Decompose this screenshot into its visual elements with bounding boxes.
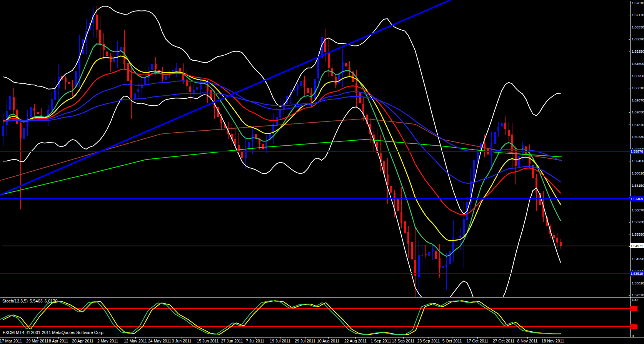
- price-tick-label: 1.67810: [632, 1, 644, 5]
- bull-candle-body: [314, 79, 316, 99]
- bull-candle-body: [445, 264, 447, 268]
- bear-candle-body: [307, 88, 309, 93]
- bull-candle-body: [151, 64, 153, 70]
- ema-16-line: [3, 56, 561, 241]
- stoch-d-value: 6.0170: [45, 299, 58, 303]
- bear-candle-body: [504, 123, 506, 129]
- price-tick-mark: [629, 234, 630, 234]
- price-tick-mark: [629, 15, 630, 15]
- bull-candle-body: [449, 251, 451, 264]
- price-tick-label: 1.67170: [632, 13, 644, 17]
- bear-candle-body: [155, 64, 157, 69]
- price-tick-label: 1.56230: [632, 220, 644, 224]
- price-tick-label: 1.54290: [632, 257, 644, 261]
- stoch-level-label: 75: [630, 306, 637, 311]
- date-tick-label: 8 Nov 2011: [517, 339, 538, 343]
- price-tick-mark: [629, 125, 630, 125]
- price-tick-label: 1.62030: [632, 110, 644, 115]
- bull-candle-body: [134, 93, 136, 99]
- bull-candle-body: [193, 90, 195, 93]
- bear-candle-body: [99, 30, 101, 45]
- bear-candle-body: [435, 251, 437, 259]
- bull-candle-body: [477, 152, 479, 160]
- date-tick-label: 13 Sep 2011: [392, 339, 415, 343]
- bull-candle-body: [200, 85, 202, 89]
- bull-candle-body: [276, 117, 278, 126]
- level-price-label: 1.57469: [630, 196, 644, 201]
- price-tick-label: 1.55590: [632, 232, 644, 237]
- bull-candle-body: [432, 249, 434, 251]
- bull-candle-body: [2, 126, 4, 136]
- bull-candle-body: [317, 58, 319, 78]
- date-tick-label: 3 Jun 2011: [172, 339, 191, 343]
- date-tick-label: 2 May 2011: [97, 339, 118, 343]
- ascending-trendline-object[interactable]: [0, 0, 450, 195]
- price-tick-mark: [629, 259, 630, 259]
- bear-candle-body: [65, 78, 67, 82]
- date-tick-label: 8 Apr 2011: [49, 339, 68, 343]
- chart-border-top: [1, 1, 643, 1]
- level-price-label: 1.59976: [630, 149, 644, 154]
- price-tick-label: 1.58150: [632, 183, 644, 188]
- bear-candle-body: [508, 130, 510, 136]
- bull-candle-body: [27, 118, 28, 127]
- price-tick-mark: [629, 295, 630, 296]
- bull-candle-body: [9, 96, 11, 110]
- bear-candle-body: [511, 135, 513, 151]
- main-chart-svg: [0, 0, 630, 297]
- bear-candle-body: [241, 151, 243, 158]
- mt4-chart-window: 1.678101.671701.665301.658901.652501.645…: [0, 0, 644, 344]
- price-tick-mark: [629, 76, 630, 76]
- level-price-label: 1.53519: [630, 271, 644, 276]
- bull-candle-body: [428, 252, 430, 256]
- price-tick-mark: [629, 222, 630, 223]
- date-tick-label: 29 Mar 2011: [26, 339, 48, 343]
- bull-candle-body: [137, 89, 139, 92]
- date-tick-label: 22 Aug 2011: [344, 339, 367, 343]
- price-tick-mark: [629, 137, 630, 137]
- stoch-k-value: 5.5403: [30, 299, 43, 303]
- price-tick-mark: [629, 3, 630, 3]
- pane-separator-main-stoch[interactable]: [0, 297, 644, 297]
- bull-candle-body: [421, 255, 423, 256]
- stoch-level-label: 25: [630, 324, 637, 329]
- stoch-signal-line: [3, 301, 561, 334]
- date-tick-label: 18 Nov 2011: [542, 339, 564, 343]
- price-tick-label: 1.52370: [632, 293, 644, 297]
- price-tick-mark: [629, 283, 630, 283]
- bull-candle-body: [442, 266, 444, 268]
- bull-candle-body: [23, 128, 25, 139]
- date-tick-label: 23 Sep 2011: [417, 339, 440, 343]
- bear-candle-body: [262, 144, 264, 149]
- bear-candle-body: [68, 82, 70, 84]
- bull-candle-body: [165, 76, 167, 80]
- bear-candle-body: [106, 52, 108, 56]
- price-tick-mark: [629, 64, 630, 64]
- price-tick-label: 1.59450: [632, 159, 644, 163]
- price-tick-mark: [629, 173, 630, 173]
- stochastic-indicator-label: Stoch(13,3,5)5.54036.0170: [2, 299, 59, 303]
- price-tick-label: 1.64590: [632, 61, 644, 66]
- bull-candle-body: [494, 132, 496, 144]
- bull-candle-body: [279, 110, 281, 118]
- bull-candle-body: [51, 99, 53, 110]
- price-axis-border: [630, 1, 631, 337]
- date-tick-label: 5 Oct 2011: [442, 339, 462, 343]
- main-chart-canvas[interactable]: [0, 0, 630, 297]
- time-axis[interactable]: 17 Mar 201129 Mar 20118 Apr 201120 Apr 2…: [0, 337, 644, 344]
- date-tick-label: 19 Jul 2011: [270, 339, 290, 343]
- price-tick-label: 1.58810: [632, 171, 644, 176]
- bear-candle-body: [162, 74, 164, 79]
- date-tick-label: 24 May 2011: [148, 339, 171, 343]
- ema-30-line: [3, 69, 561, 215]
- price-axis[interactable]: 1.678101.671701.665301.658901.652501.645…: [629, 0, 644, 337]
- bull-candle-body: [338, 73, 340, 83]
- price-tick-label: 1.61370: [632, 123, 644, 127]
- bear-candle-body: [96, 15, 98, 30]
- bear-candle-body: [130, 80, 132, 98]
- bear-candle-body: [407, 232, 409, 243]
- date-tick-label: 12 May 2011: [124, 339, 147, 343]
- bear-candle-body: [304, 80, 305, 87]
- bull-candle-body: [175, 68, 177, 71]
- chart-border-left: [1, 1, 1, 337]
